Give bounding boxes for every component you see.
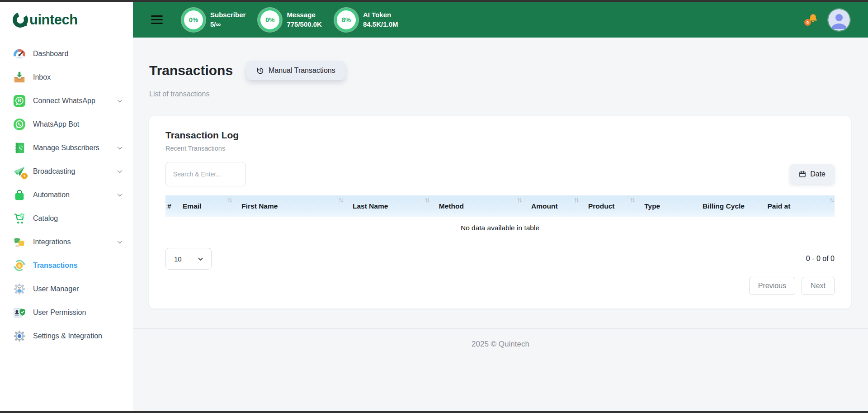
hamburger-menu-icon[interactable] bbox=[151, 15, 163, 24]
sidebar-nav: DashboardInboxBConnect WhatsAppWhatsApp … bbox=[0, 38, 133, 411]
usage-stat-message: 0%Message775/500.0K bbox=[258, 8, 322, 32]
sort-icon[interactable] bbox=[630, 197, 635, 203]
sidebar-item-label: Transactions bbox=[33, 261, 78, 270]
sidebar-item-settings-integration[interactable]: Settings & Integration bbox=[0, 324, 133, 348]
sidebar-item-manage-subscribers[interactable]: Manage Subscribers bbox=[0, 136, 133, 160]
subscribers-book-icon bbox=[13, 141, 26, 155]
id-shield-icon bbox=[13, 306, 26, 319]
sort-icon[interactable] bbox=[574, 197, 579, 203]
usage-stat-subscriber: 0%Subscriber5/∞ bbox=[182, 8, 245, 32]
table-header-row: #EmailFirst NameLast NameMethodAmountPro… bbox=[165, 195, 835, 217]
usage-stat-ai-token: 8%AI Token84.5K/1.0M bbox=[335, 8, 398, 32]
sidebar-item-broadcasting[interactable]: 1Broadcasting bbox=[0, 160, 133, 183]
puzzle-icon bbox=[13, 235, 26, 249]
cart-check-icon bbox=[13, 212, 26, 225]
sidebar-item-label: Automation bbox=[33, 191, 70, 199]
chevron-down-icon[interactable] bbox=[117, 98, 123, 104]
chevron-down-icon[interactable] bbox=[117, 145, 123, 151]
column-header-billing-cycle: Billing Cycle bbox=[701, 195, 766, 217]
svg-text:$: $ bbox=[18, 264, 21, 268]
sidebar-item-dashboard[interactable]: Dashboard bbox=[0, 42, 133, 66]
page-title: Transactions bbox=[149, 63, 233, 78]
notification-bell-icon[interactable]: 0 bbox=[807, 13, 819, 27]
column-header-email[interactable]: Email bbox=[181, 195, 240, 217]
sidebar-item-label: Connect WhatsApp bbox=[33, 97, 95, 105]
chevron-down-icon bbox=[197, 256, 204, 262]
user-avatar[interactable] bbox=[828, 9, 850, 31]
window-edge-bottom bbox=[0, 411, 868, 413]
sidebar-item-label: User Manager bbox=[33, 285, 79, 293]
table-empty-message: No data available in table bbox=[165, 217, 835, 240]
sidebar-item-integrations[interactable]: Integrations bbox=[0, 230, 133, 254]
sort-icon[interactable] bbox=[830, 197, 835, 203]
count-badge: 1 bbox=[21, 173, 28, 179]
sidebar-item-transactions[interactable]: $Transactions bbox=[0, 254, 133, 277]
sidebar-item-automation[interactable]: Automation bbox=[0, 183, 133, 207]
usage-percent-ring: 8% bbox=[335, 8, 358, 32]
user-gear-icon bbox=[13, 282, 26, 296]
pagination-range: 0 - 0 of 0 bbox=[806, 255, 835, 263]
card-title: Transaction Log bbox=[165, 130, 835, 141]
brand-text: uintech bbox=[29, 12, 78, 28]
app-header: uintech 0%Subscriber5/∞0%Message775/500.… bbox=[0, 2, 868, 38]
sidebar-item-user-manager[interactable]: User Manager bbox=[0, 277, 133, 301]
usage-percent-ring: 0% bbox=[182, 8, 205, 32]
transaction-log-card: Transaction Log Recent Transactions Date… bbox=[149, 116, 851, 309]
sidebar-item-label: Integrations bbox=[33, 238, 71, 246]
settings-gear-icon bbox=[13, 329, 26, 343]
search-input[interactable] bbox=[165, 162, 246, 186]
copyright-text: 2025 © Quintech bbox=[133, 340, 868, 349]
chevron-down-icon[interactable] bbox=[117, 168, 123, 175]
inbox-icon bbox=[13, 71, 26, 84]
column-header-first-name[interactable]: First Name bbox=[240, 195, 351, 217]
whatsapp-bot-icon bbox=[13, 118, 26, 131]
manual-transactions-button[interactable]: Manual Transactions bbox=[246, 61, 345, 80]
top-bar: 0%Subscriber5/∞0%Message775/500.0K8%AI T… bbox=[133, 2, 868, 38]
sidebar-item-label: User Permission bbox=[33, 309, 86, 317]
chevron-down-icon[interactable] bbox=[117, 192, 123, 198]
column-header-paid-at[interactable]: Paid at bbox=[765, 195, 834, 217]
sidebar-item-label: Settings & Integration bbox=[33, 332, 102, 340]
page-footer: 2025 © Quintech bbox=[133, 328, 868, 349]
sort-icon[interactable] bbox=[227, 197, 232, 203]
usage-stats: 0%Subscriber5/∞0%Message775/500.0K8%AI T… bbox=[182, 8, 398, 32]
column-header-type: Type bbox=[642, 195, 701, 217]
card-subtitle: Recent Transactions bbox=[165, 145, 835, 152]
sort-icon[interactable] bbox=[517, 197, 522, 203]
sidebar-item-label: Inbox bbox=[33, 73, 51, 81]
column-header-method[interactable]: Method bbox=[437, 195, 529, 217]
whatsapp-connect-icon: B bbox=[13, 94, 26, 108]
previous-button[interactable]: Previous bbox=[749, 277, 795, 295]
main-content: Transactions Manual Transactions List of… bbox=[133, 38, 868, 411]
page-size-select[interactable]: 10 bbox=[165, 248, 212, 270]
column-header-last-name[interactable]: Last Name bbox=[351, 195, 437, 217]
history-icon bbox=[256, 67, 264, 75]
next-button[interactable]: Next bbox=[802, 277, 835, 295]
coin-exchange-icon: $ bbox=[13, 259, 26, 272]
paper-plane-icon: 1 bbox=[13, 165, 26, 178]
sidebar-item-catalog[interactable]: Catalog bbox=[0, 207, 133, 230]
sidebar-item-inbox[interactable]: Inbox bbox=[0, 66, 133, 89]
sidebar-item-connect-whatsapp[interactable]: BConnect WhatsApp bbox=[0, 89, 133, 113]
column-header-product[interactable]: Product bbox=[586, 195, 642, 217]
gauge-icon bbox=[13, 47, 26, 61]
column-header-amount[interactable]: Amount bbox=[529, 195, 586, 217]
sidebar-item-label: WhatsApp Bot bbox=[33, 120, 79, 128]
sort-icon[interactable] bbox=[425, 197, 430, 203]
usage-percent-ring: 0% bbox=[258, 8, 282, 32]
sidebar-item-label: Catalog bbox=[33, 214, 58, 223]
notification-count-badge: 0 bbox=[804, 19, 811, 26]
calendar-icon bbox=[799, 171, 806, 178]
sort-icon[interactable] bbox=[339, 197, 344, 203]
sidebar-item-whatsapp-bot[interactable]: WhatsApp Bot bbox=[0, 113, 133, 136]
brand-logo[interactable]: uintech bbox=[0, 2, 133, 38]
chevron-down-icon[interactable] bbox=[117, 239, 123, 245]
sidebar-item-label: Dashboard bbox=[33, 50, 68, 58]
sidebar-item-user-permission[interactable]: User Permission bbox=[0, 301, 133, 324]
page-subtitle: List of transactions bbox=[149, 90, 851, 98]
sidebar-item-label: Broadcasting bbox=[33, 167, 75, 176]
column-header-index: # bbox=[165, 195, 181, 217]
sidebar-item-label: Manage Subscribers bbox=[33, 144, 99, 152]
brand-q-icon bbox=[12, 10, 30, 29]
date-filter-button[interactable]: Date bbox=[790, 164, 835, 184]
